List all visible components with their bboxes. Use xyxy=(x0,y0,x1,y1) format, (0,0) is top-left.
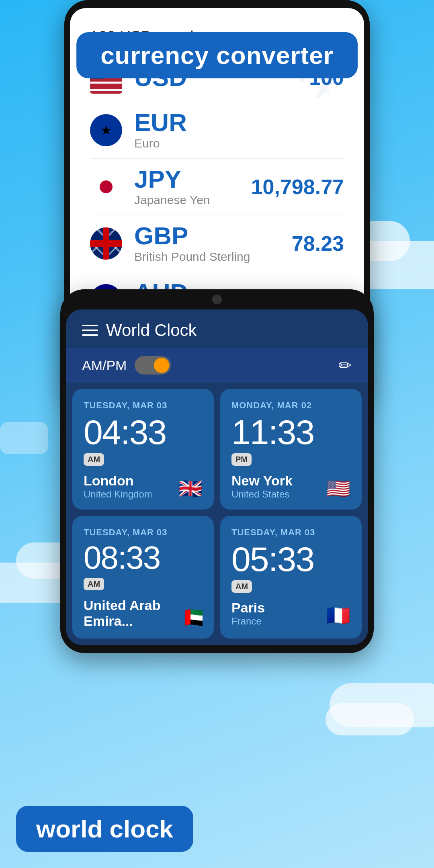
currency-info-eur: EUR Euro xyxy=(134,110,344,150)
clock-time-paris: 05:33 xyxy=(231,542,350,576)
country-name-paris: France xyxy=(231,616,265,627)
clock-time-uae: 08:33 xyxy=(84,542,203,574)
city-name-uae: United Arab Emira... xyxy=(84,598,184,629)
currency-name-jpy: Japanese Yen xyxy=(134,193,251,207)
city-info-london: London United Kingdom xyxy=(84,473,152,500)
flag-jpy xyxy=(90,171,122,203)
notch-dot xyxy=(212,295,222,304)
clock-header: World Clock xyxy=(66,309,368,348)
ampm-toggle[interactable] xyxy=(135,356,171,375)
ampm-badge-paris: AM xyxy=(231,580,252,593)
clock-card-london: TUESDAY, MAR 03 04:33 AM London United K… xyxy=(72,389,214,510)
currency-code-gbp: GBP xyxy=(134,223,292,248)
world-clock-badge: world clock xyxy=(16,806,193,852)
clock-time-newyork: 11:33 xyxy=(231,415,350,449)
clock-date-london: TUESDAY, MAR 03 xyxy=(84,400,203,411)
currency-info-gbp: GBP British Pound Sterling xyxy=(134,223,292,264)
currency-code-jpy: JPY xyxy=(134,167,251,192)
currency-row-eur: ★ EUR Euro xyxy=(90,102,344,159)
country-name-newyork: United States xyxy=(231,489,293,500)
currency-row-jpy: JPY Japanese Yen 10,798.77 xyxy=(90,159,344,215)
city-info-newyork: New York United States xyxy=(231,473,293,500)
ampm-badge-uae: AM xyxy=(84,578,104,590)
clock-grid: TUESDAY, MAR 03 04:33 AM London United K… xyxy=(66,383,368,645)
clock-date-paris: TUESDAY, MAR 03 xyxy=(231,527,350,538)
clock-card-uae: TUESDAY, MAR 03 08:33 AM United Arab Emi… xyxy=(72,516,214,639)
currency-value-jpy: 10,798.77 xyxy=(251,175,344,199)
country-name-london: United Kingdom xyxy=(84,489,152,500)
clock-date-newyork: MONDAY, MAR 02 xyxy=(231,400,350,411)
clock-toolbar: AM/PM ✏ xyxy=(66,348,368,383)
flag-eur: ★ xyxy=(90,114,122,146)
clock-card-newyork: MONDAY, MAR 02 11:33 PM New York United … xyxy=(220,389,362,510)
clock-date-uae: TUESDAY, MAR 03 xyxy=(84,527,203,538)
clock-header-title: World Clock xyxy=(106,321,352,340)
currency-value-gbp: 78.23 xyxy=(292,231,344,256)
currency-row-gbp: GBP British Pound Sterling 78.23 xyxy=(90,215,344,272)
currency-info-jpy: JPY Japanese Yen xyxy=(134,167,251,207)
city-name-newyork: New York xyxy=(231,473,293,489)
phone-notch xyxy=(60,289,374,309)
world-clock-phone: World Clock AM/PM ✏ TUESDAY, MAR 03 04:3… xyxy=(60,289,374,653)
city-name-london: London xyxy=(84,473,152,489)
card-bottom-newyork: New York United States 🇺🇸 xyxy=(231,473,350,500)
currency-code-eur: EUR xyxy=(134,110,344,135)
currency-name-gbp: British Pound Sterling xyxy=(134,250,292,264)
ampm-label: AM/PM xyxy=(82,358,127,373)
ampm-badge-london: AM xyxy=(84,453,104,466)
toggle-knob xyxy=(154,358,169,373)
clock-screen: World Clock AM/PM ✏ TUESDAY, MAR 03 04:3… xyxy=(66,309,368,645)
hamburger-menu-icon[interactable] xyxy=(82,325,98,336)
clock-time-london: 04:33 xyxy=(84,415,203,449)
city-name-paris: Paris xyxy=(231,600,265,616)
flag-london: 🇬🇧 xyxy=(178,477,203,500)
city-info-paris: Paris France xyxy=(231,600,265,627)
flag-gbp xyxy=(90,227,122,260)
clock-card-paris: TUESDAY, MAR 03 05:33 AM Paris France 🇫🇷 xyxy=(220,516,362,639)
flag-uae: 🇦🇪 xyxy=(184,606,203,629)
ampm-badge-newyork: PM xyxy=(231,453,252,466)
city-info-uae: United Arab Emira... xyxy=(84,598,184,629)
flag-paris: 🇫🇷 xyxy=(326,604,350,627)
card-bottom-london: London United Kingdom 🇬🇧 xyxy=(84,473,203,500)
currency-name-eur: Euro xyxy=(134,137,344,150)
flag-newyork: 🇺🇸 xyxy=(326,477,350,500)
card-bottom-uae: United Arab Emira... 🇦🇪 xyxy=(84,598,203,629)
currency-converter-badge: currency converter xyxy=(76,32,358,78)
card-bottom-paris: Paris France 🇫🇷 xyxy=(231,600,350,627)
edit-icon[interactable]: ✏ xyxy=(338,356,352,375)
